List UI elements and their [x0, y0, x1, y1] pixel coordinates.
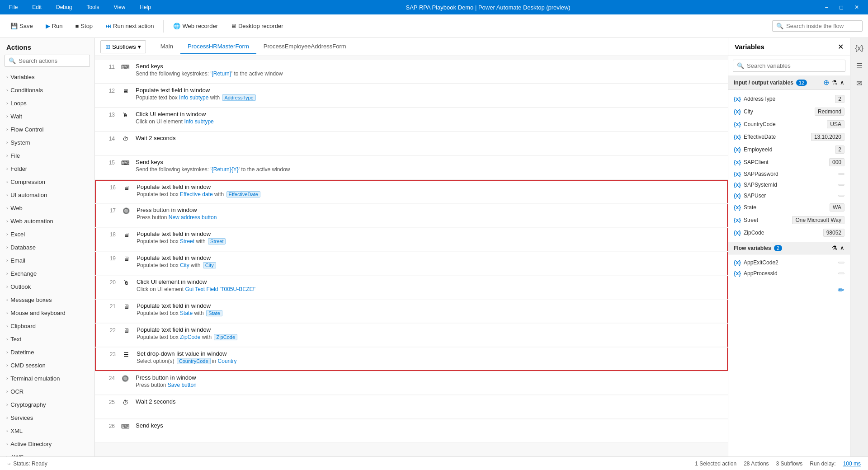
var-item-sap-password[interactable]: {x} SAPPassword [728, 169, 850, 179]
desktop-recorder-button[interactable]: 🖥 Desktop recorder [226, 19, 288, 33]
filter-icon[interactable]: ⚗ [832, 79, 837, 86]
action-item-datetime[interactable]: ›Datetime [0, 346, 94, 359]
action-item-cmd-session[interactable]: ›CMD session [0, 359, 94, 372]
run-delay-value[interactable]: 100 ms [843, 461, 861, 467]
flow-search-input[interactable] [786, 23, 859, 29]
var-item-zip-code[interactable]: {x} ZipCode 98052 [728, 226, 850, 239]
flow-row-13[interactable]: 13 🖱 Click UI element in window Click on… [95, 108, 728, 132]
variables-search-box[interactable]: 🔍 [733, 60, 845, 72]
action-item-ui-automation[interactable]: ›UI automation [0, 188, 94, 202]
flow-variables-section-header[interactable]: Flow variables 2 ⚗ ∧ [728, 242, 850, 254]
stop-button[interactable]: ■ Stop [71, 19, 98, 33]
flow-search-box[interactable]: 🔍 [772, 20, 863, 32]
subflows-button[interactable]: ⊞ Subflows ▾ [100, 40, 146, 53]
action-item-exchange[interactable]: ›Exchange [0, 267, 94, 280]
menu-help[interactable]: Help [136, 3, 155, 11]
var-item-sap-user[interactable]: {x} SAPUser [728, 190, 850, 201]
action-item-aws[interactable]: ›AWS [0, 451, 94, 456]
flow-row-12[interactable]: 12 🖥 Populate text field in window Popul… [95, 84, 728, 108]
tab-main[interactable]: Main [153, 39, 180, 54]
var-item-state[interactable]: {x} State WA [728, 201, 850, 214]
action-item-file[interactable]: ›File [0, 149, 94, 162]
collapse-icon[interactable]: ∧ [840, 244, 844, 251]
action-item-email[interactable]: ›Email [0, 254, 94, 267]
action-item-outlook[interactable]: ›Outlook [0, 280, 94, 293]
var-item-effective-date[interactable]: {x} EffectiveDate 13.10.2020 [728, 131, 850, 143]
run-button[interactable]: ▶ Run [41, 19, 68, 33]
variables-search-input[interactable] [747, 62, 841, 69]
actions-search-input[interactable] [19, 57, 94, 64]
flow-row-16[interactable]: 16 🖥 Populate text field in window Popul… [95, 180, 728, 203]
flow-row-23[interactable]: 23 ☰ Set drop-down list value in window … [95, 348, 728, 371]
action-item-variables[interactable]: ›Variables [0, 70, 94, 84]
flow-row-15[interactable]: 15 ⌨ Send keys Send the following keystr… [95, 156, 728, 179]
action-item-wait[interactable]: ›Wait [0, 110, 94, 123]
actions-search-box[interactable]: 🔍 [5, 55, 90, 67]
action-item-web[interactable]: ›Web [0, 202, 94, 215]
var-item-app-exit-code[interactable]: {x} AppExitCode2 [728, 257, 850, 268]
menu-edit[interactable]: Edit [28, 3, 45, 11]
flow-row-21[interactable]: 21 🖥 Populate text field in window Popul… [95, 300, 728, 323]
window-controls[interactable]: – ◻ ✕ [821, 3, 863, 11]
menu-debug[interactable]: Debug [52, 3, 75, 11]
action-item-text[interactable]: ›Text [0, 333, 94, 346]
action-item-active-directory[interactable]: ›Active Directory [0, 437, 94, 451]
var-item-app-process-id[interactable]: {x} AppProcessId [728, 268, 850, 279]
action-item-compression[interactable]: ›Compression [0, 175, 94, 188]
action-item-system[interactable]: ›System [0, 136, 94, 149]
action-item-folder[interactable]: ›Folder [0, 162, 94, 175]
settings-icon[interactable]: ☰ [854, 59, 865, 73]
flow-row-24[interactable]: 24 🔘 Press button in window Press button… [95, 371, 728, 395]
action-item-clipboard[interactable]: ›Clipboard [0, 320, 94, 333]
run-next-action-button[interactable]: ⏭ Run next action [100, 19, 159, 33]
action-item-services[interactable]: ›Services [0, 411, 94, 424]
add-variable-icon[interactable]: ⊕ [823, 78, 829, 87]
filter-icon[interactable]: ⚗ [832, 244, 837, 251]
flow-row-18[interactable]: 18 🖥 Populate text field in window Popul… [95, 228, 728, 251]
action-item-excel[interactable]: ›Excel [0, 228, 94, 241]
action-item-database[interactable]: ›Database [0, 241, 94, 254]
title-bar-menus[interactable]: File Edit Debug Tools View Help [5, 3, 155, 11]
var-item-employee-id[interactable]: {x} EmployeeId 2 [728, 143, 850, 156]
menu-tools[interactable]: Tools [83, 3, 103, 11]
action-item-xml[interactable]: ›XML [0, 424, 94, 437]
action-item-web-automation[interactable]: ›Web automation [0, 215, 94, 228]
restore-button[interactable]: ◻ [835, 3, 847, 11]
tab-process-employee[interactable]: ProcessEmployeeAddressForm [256, 39, 354, 54]
flow-row-22[interactable]: 22 🖥 Populate text field in window Popul… [95, 324, 728, 347]
action-item-message-boxes[interactable]: ›Message boxes [0, 293, 94, 306]
input-output-section-header[interactable]: Input / output variables 12 ⊕ ⚗ ∧ [728, 75, 850, 90]
var-item-sap-client[interactable]: {x} SAPClient 000 [728, 156, 850, 169]
minimize-button[interactable]: – [821, 3, 832, 11]
var-item-country-code[interactable]: {x} CountryCode USA [728, 118, 850, 131]
action-item-flow-control[interactable]: ›Flow Control [0, 123, 94, 136]
close-button[interactable]: ✕ [851, 3, 863, 11]
flow-row-19[interactable]: 19 🖥 Populate text field in window Popul… [95, 252, 728, 275]
email-icon[interactable]: ✉ [854, 76, 865, 90]
var-item-sap-system-id[interactable]: {x} SAPSystemId [728, 179, 850, 190]
flow-row-26[interactable]: 26 ⌨ Send keys [95, 419, 728, 443]
var-item-city[interactable]: {x} City Redmond [728, 105, 850, 118]
close-icon[interactable]: ✕ [838, 42, 844, 51]
flow-row-20[interactable]: 20 🖱 Click UI element in window Click on… [95, 276, 728, 299]
action-item-terminal-emulation[interactable]: ›Terminal emulation [0, 372, 94, 385]
action-item-cryptography[interactable]: ›Cryptography [0, 398, 94, 411]
flow-row-25[interactable]: 25 ⏱ Wait 2 seconds [95, 395, 728, 419]
save-button[interactable]: 💾 Save [5, 19, 38, 33]
web-recorder-button[interactable]: 🌐 Web recorder [168, 19, 223, 33]
action-item-mouse-keyboard[interactable]: ›Mouse and keyboard [0, 306, 94, 320]
var-item-street[interactable]: {x} Street One Microsoft Way [728, 214, 850, 226]
variables-header-actions[interactable]: ✕ [838, 42, 844, 51]
action-item-ocr[interactable]: ›OCR [0, 385, 94, 398]
tab-process-hr[interactable]: ProcessHRMasterForm [180, 39, 256, 54]
collapse-icon[interactable]: ∧ [840, 79, 844, 86]
action-item-loops[interactable]: ›Loops [0, 97, 94, 110]
action-item-conditionals[interactable]: ›Conditionals [0, 84, 94, 97]
edit-icon[interactable]: ✏ [838, 285, 844, 295]
flow-row-14[interactable]: 14 ⏱ Wait 2 seconds [95, 132, 728, 155]
var-item-address-type[interactable]: {x} AddressType 2 [728, 93, 850, 105]
flow-row-17[interactable]: 17 🔘 Press button in window Press button… [95, 204, 728, 227]
menu-view[interactable]: View [110, 3, 129, 11]
menu-file[interactable]: File [5, 3, 21, 11]
variables-panel-icon[interactable]: {x} [852, 42, 866, 55]
